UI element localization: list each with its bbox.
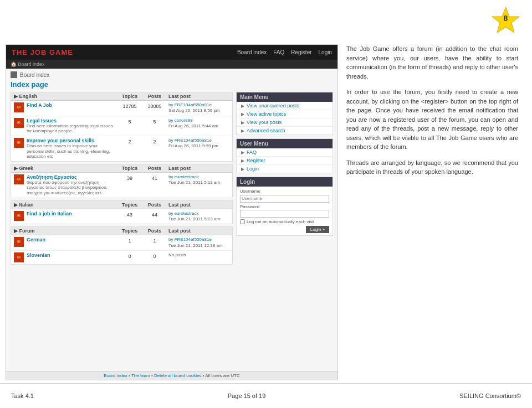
arrow-icon: ▶ bbox=[241, 128, 244, 133]
footer-task: Task 4.1 bbox=[11, 392, 34, 399]
remember-me-label: Log me on automatically each visit bbox=[247, 219, 314, 224]
col-topics-it: Topics bbox=[119, 202, 141, 208]
main-menu-box: Main Menu ▶ View unanswered posts ▶ View… bbox=[236, 92, 333, 135]
row-icon-greek: ✉ bbox=[14, 174, 24, 184]
section-english-header: ▶ English Topics Posts Last post bbox=[11, 92, 232, 101]
menu-item-your-posts[interactable]: ▶ View your posts bbox=[237, 118, 332, 127]
menu-item-register[interactable]: ▶ Register bbox=[237, 157, 332, 165]
board-index-label: Board index bbox=[20, 72, 49, 78]
forum-left-col: ▶ English Topics Posts Last post ✉ Find … bbox=[11, 92, 233, 267]
password-input[interactable] bbox=[240, 210, 329, 218]
row-last-by-legal[interactable]: by ctolor888 bbox=[168, 118, 193, 123]
menu-item-active[interactable]: ▶ View active topics bbox=[237, 110, 332, 118]
row-title-slovenian[interactable]: Slovenian bbox=[27, 252, 116, 258]
menu-item-advanced-search[interactable]: ▶ Advanced search bbox=[237, 127, 332, 135]
menu-item-label: View unanswered posts bbox=[247, 103, 299, 109]
menu-item-unanswered[interactable]: ▶ View unanswered posts bbox=[237, 102, 332, 110]
menu-item-label: View active topics bbox=[247, 111, 286, 117]
row-posts-italian: 44 bbox=[144, 211, 166, 218]
user-menu-box: User Menu ▶ FAQ ▶ Register ▶ Login bbox=[236, 138, 333, 173]
row-posts-find-job: 38085 bbox=[144, 102, 166, 109]
menu-item-login[interactable]: ▶ Login bbox=[237, 165, 332, 173]
row-title-legal[interactable]: Legal Issues bbox=[27, 118, 116, 123]
table-row: ✉ German 1 1 by FRE104af550a81e Tue Jun … bbox=[11, 235, 232, 251]
col-last: Last post bbox=[168, 94, 229, 99]
remember-me-checkbox[interactable] bbox=[240, 219, 245, 224]
section-italian-title: ▶ Italian bbox=[14, 202, 116, 208]
col-topics-gr: Topics bbox=[119, 166, 141, 171]
col-posts-fo: Posts bbox=[144, 228, 166, 234]
footer-page: Page 15 of 19 bbox=[228, 392, 266, 399]
board-index-header: Board index bbox=[11, 71, 333, 78]
row-topics-slovenian: 0 bbox=[119, 252, 141, 259]
row-posts-legal: 5 bbox=[144, 118, 166, 125]
row-last-date-legal: Fri Aug 26, 2011 5:44 am bbox=[168, 123, 218, 128]
main-menu-title: Main Menu bbox=[237, 92, 332, 102]
row-icon-skills: ✉ bbox=[14, 138, 24, 148]
row-last-by-german[interactable]: by FRE104af550a81e bbox=[168, 237, 212, 242]
menu-item-label: View your posts bbox=[247, 120, 282, 125]
table-row: ✉ Slovenian 0 0 No posts bbox=[11, 251, 232, 264]
nav-board-index[interactable]: Board index bbox=[237, 49, 267, 55]
row-topics-legal: 5 bbox=[119, 118, 141, 125]
row-last-greek: by eurotectrack Tue Jun 21, 2011 5:12 am bbox=[168, 174, 229, 186]
row-last-date-italian: Tue Jun 21, 2011 5:13 am bbox=[168, 216, 220, 221]
menu-item-label: Advanced search bbox=[247, 128, 285, 133]
row-title-find-job[interactable]: Find A Job bbox=[27, 102, 116, 108]
text-paragraph-1: The Job Game offers a forum (in addition… bbox=[346, 44, 518, 81]
forum-header: THE JOB GAME Board index FAQ Register Lo… bbox=[6, 45, 337, 60]
col-posts-it: Posts bbox=[144, 202, 166, 208]
forum-footer: Board index • The team • Delete all boar… bbox=[6, 371, 337, 380]
forum-body: Board index Index page ▶ English Topics … bbox=[6, 69, 337, 371]
row-last-by-greek[interactable]: by eurotectrack bbox=[168, 174, 199, 179]
arrow-icon: ▶ bbox=[241, 150, 244, 155]
forum-two-col: ▶ English Topics Posts Last post ✉ Find … bbox=[11, 92, 333, 267]
menu-item-faq[interactable]: ▶ FAQ bbox=[237, 148, 332, 157]
username-input[interactable] bbox=[240, 195, 329, 203]
login-button[interactable]: Login » bbox=[306, 226, 329, 233]
row-last-by-skills[interactable]: by FRE104af550a81e bbox=[168, 138, 212, 143]
row-last-by[interactable]: by FRE104af550a81e bbox=[168, 102, 212, 107]
row-posts-skills: 2 bbox=[144, 138, 166, 144]
row-icon-slovenian: ✉ bbox=[14, 252, 24, 262]
section-forum: ▶ Forum Topics Posts Last post ✉ German … bbox=[11, 226, 233, 265]
breadcrumb: 🏠 Board index bbox=[6, 60, 337, 69]
row-last-slovenian: No posts bbox=[168, 252, 229, 258]
section-forum-header: ▶ Forum Topics Posts Last post bbox=[11, 227, 232, 235]
row-title-italian[interactable]: Find a job in Italian bbox=[27, 211, 116, 216]
row-icon-legal: ✉ bbox=[14, 118, 24, 128]
arrow-icon: ▶ bbox=[241, 120, 244, 125]
row-last-by-italian[interactable]: by eurotectrack bbox=[168, 211, 199, 216]
forum-nav: Board index FAQ Register Login bbox=[237, 49, 332, 55]
row-info-slovenian: Slovenian bbox=[27, 252, 116, 258]
row-topics-greek: 39 bbox=[119, 174, 141, 181]
arrow-icon: ▶ bbox=[241, 158, 244, 163]
row-topics-german: 1 bbox=[119, 237, 141, 244]
row-title-skills[interactable]: Improve your personal skills bbox=[27, 138, 116, 143]
login-body: Username Password Log me on automaticall… bbox=[237, 187, 332, 235]
footer-board-index-link[interactable]: Board index bbox=[104, 373, 127, 378]
arrow-icon: ▶ bbox=[241, 104, 244, 109]
footer-team-link[interactable]: The team bbox=[131, 373, 150, 378]
table-row: ✉ Find a job in Italian 43 44 by eurotec… bbox=[11, 209, 232, 224]
arrow-icon: ▶ bbox=[241, 112, 244, 117]
login-title: Login bbox=[237, 177, 332, 187]
row-title-german[interactable]: German bbox=[27, 237, 116, 242]
table-row: ✉ Αναζήτηση Εργασίας Θέματα που αφορούν … bbox=[11, 173, 232, 198]
remember-me-row: Log me on automatically each visit bbox=[240, 219, 329, 224]
row-last-find-job: by FRE104af550a81e Sat Aug 20, 2011 8:56… bbox=[168, 102, 229, 114]
footer-delete-cookies-link[interactable]: Delete all board cookies bbox=[154, 373, 201, 378]
table-row: ✉ Find A Job 12785 38085 by FRE104af550a… bbox=[11, 101, 232, 116]
star-badge: 8 bbox=[490, 6, 521, 36]
forum-panel: THE JOB GAME Board index FAQ Register Lo… bbox=[6, 44, 338, 380]
row-title-greek[interactable]: Αναζήτηση Εργασίας bbox=[27, 174, 116, 180]
nav-register[interactable]: Register bbox=[291, 49, 311, 55]
nav-faq[interactable]: FAQ bbox=[273, 49, 284, 55]
nav-login[interactable]: Login bbox=[319, 49, 332, 55]
row-last-date: Sat Aug 20, 2011 8:56 pm bbox=[168, 108, 220, 113]
row-info-german: German bbox=[27, 237, 116, 242]
row-last-italian: by eurotectrack Tue Jun 21, 2011 5:13 am bbox=[168, 211, 229, 223]
row-info-italian: Find a job in Italian bbox=[27, 211, 116, 216]
row-info-find-job: Find A Job bbox=[27, 102, 116, 108]
col-last-fo: Last post bbox=[168, 228, 229, 234]
